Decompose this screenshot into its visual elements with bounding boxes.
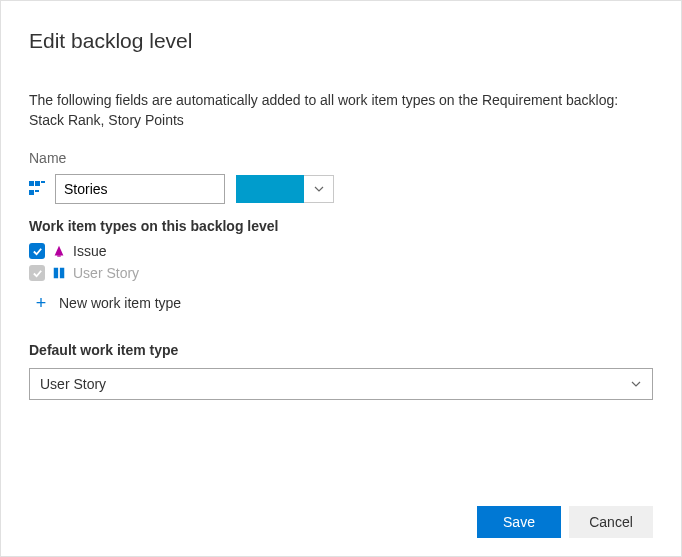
backlog-level-icon [29,181,45,197]
dialog-title: Edit backlog level [29,29,653,53]
wit-item-user-story: User Story [29,262,653,284]
issue-icon [51,243,67,259]
new-wit-label: New work item type [59,295,181,311]
user-story-icon [51,265,67,281]
chevron-down-icon [630,378,642,390]
svg-rect-2 [60,268,64,279]
name-row [29,174,653,204]
new-work-item-type-button[interactable]: + New work item type [29,284,653,316]
default-wit-label: Default work item type [29,342,653,358]
wit-label-user-story: User Story [73,265,139,281]
chevron-down-icon [313,183,325,195]
svg-rect-0 [57,256,61,257]
plus-icon: + [33,294,49,312]
check-icon [32,268,43,279]
wit-checkbox-user-story [29,265,45,281]
wit-checkbox-issue[interactable] [29,243,45,259]
color-swatch [236,175,304,203]
wit-item-issue: Issue [29,240,653,262]
name-label: Name [29,150,653,166]
check-icon [32,246,43,257]
dialog-description: The following fields are automatically a… [29,91,653,130]
dialog-footer: Save Cancel [477,506,653,538]
wit-label-issue: Issue [73,243,106,259]
color-dropdown-button[interactable] [304,175,334,203]
default-wit-value: User Story [40,376,106,392]
name-input[interactable] [55,174,225,204]
wit-section-label: Work item types on this backlog level [29,218,653,234]
color-picker[interactable] [235,174,335,204]
save-button[interactable]: Save [477,506,561,538]
default-wit-select[interactable]: User Story [29,368,653,400]
svg-rect-1 [54,268,58,279]
cancel-button[interactable]: Cancel [569,506,653,538]
